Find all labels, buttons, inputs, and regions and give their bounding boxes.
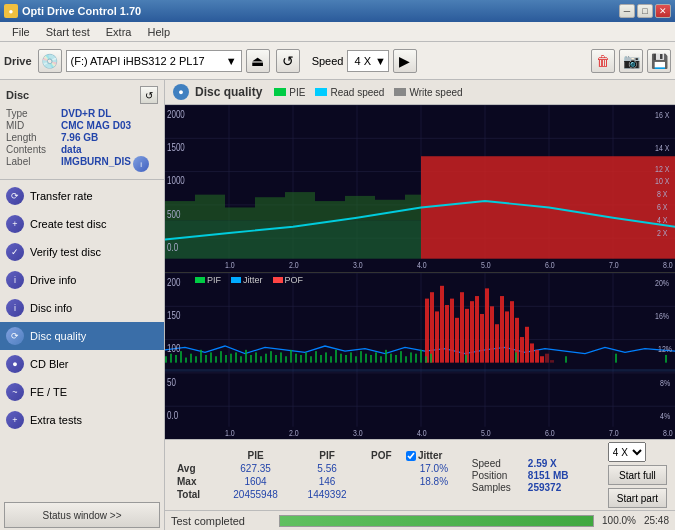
drive-select[interactable]: (F:) ATAPI iHBS312 2 PL17 ▼ [66, 50, 242, 72]
svg-rect-127 [505, 311, 509, 362]
stats-total-label: Total [173, 488, 218, 501]
sidebar-item-cd-bler[interactable]: ● CD Bler [0, 350, 164, 378]
stats-max-pof [361, 475, 402, 488]
legend-read-speed: Read speed [315, 87, 384, 98]
disc-contents-label: Contents [6, 144, 61, 155]
speed-dropdown[interactable]: 4 X 2 X 8 X [608, 442, 646, 462]
stats-max-label: Max [173, 475, 218, 488]
svg-rect-78 [260, 356, 262, 362]
svg-rect-18 [255, 197, 285, 220]
nav-label-transfer-rate: Transfer rate [30, 190, 93, 202]
svg-rect-99 [365, 353, 367, 362]
sidebar-item-disc-quality[interactable]: ⟳ Disc quality [0, 322, 164, 350]
stats-row-total: Total 20455948 1449392 [173, 488, 466, 501]
disc-refresh-button[interactable]: ↺ [140, 86, 158, 104]
menu-help[interactable]: Help [139, 24, 178, 40]
speed-value: 4 X [350, 55, 375, 67]
drive-info-icon: i [6, 271, 24, 289]
legend-pif: PIF [195, 275, 221, 285]
svg-text:200: 200 [167, 276, 180, 287]
svg-rect-141 [565, 356, 567, 362]
legend-write-speed-color [394, 88, 406, 96]
disc-mid-label: MID [6, 120, 61, 131]
speed-select-container: 4 X ▼ [347, 50, 388, 72]
minimize-button[interactable]: ─ [619, 4, 635, 18]
maximize-button[interactable]: □ [637, 4, 653, 18]
svg-text:20%: 20% [655, 278, 669, 288]
svg-rect-20 [315, 201, 345, 220]
svg-rect-119 [465, 308, 469, 362]
svg-text:16%: 16% [655, 311, 669, 321]
sidebar-item-disc-info[interactable]: i Disc info [0, 294, 164, 322]
sidebar-item-extra-tests[interactable]: + Extra tests [0, 406, 164, 434]
bottom-chart: PIF Jitter POF [165, 273, 675, 440]
stats-avg-jitter: 17.0% [402, 462, 466, 475]
start-full-button[interactable]: Start full [608, 465, 667, 485]
menu-file[interactable]: File [4, 24, 38, 40]
disc-header: Disc ↺ [6, 86, 158, 104]
legend-jitter-color [231, 277, 241, 283]
sidebar-item-drive-info[interactable]: i Drive info [0, 266, 164, 294]
disc-label-icon[interactable]: i [133, 156, 149, 172]
save-button[interactable]: 💾 [647, 49, 671, 73]
svg-text:1.0: 1.0 [225, 427, 235, 437]
apply-speed-button[interactable]: ▶ [393, 49, 417, 73]
svg-rect-96 [350, 352, 352, 362]
svg-rect-75 [245, 349, 247, 362]
disc-info-panel: Disc ↺ Type DVD+R DL MID CMC MAG D03 Len… [0, 80, 164, 180]
svg-rect-17 [225, 207, 255, 220]
nav-label-create-test-disc: Create test disc [30, 218, 106, 230]
svg-rect-86 [300, 354, 302, 362]
svg-text:8 X: 8 X [657, 189, 668, 199]
menu-extra[interactable]: Extra [98, 24, 140, 40]
menu-starttest[interactable]: Start test [38, 24, 98, 40]
svg-rect-65 [195, 356, 197, 362]
progress-track [279, 515, 594, 527]
stats-avg-pif: 5.56 [293, 462, 361, 475]
legend-write-speed-label: Write speed [409, 87, 462, 98]
sidebar-item-fe-te[interactable]: ~ FE / TE [0, 378, 164, 406]
svg-rect-106 [400, 351, 402, 363]
svg-rect-70 [220, 351, 222, 363]
legend-read-speed-color [315, 88, 327, 96]
clear-button[interactable]: 🗑 [591, 49, 615, 73]
stats-header-blank [173, 449, 218, 462]
svg-text:10 X: 10 X [655, 177, 670, 187]
svg-text:2.0: 2.0 [289, 260, 299, 270]
close-button[interactable]: ✕ [655, 4, 671, 18]
stats-avg-pof [361, 462, 402, 475]
nav-label-disc-quality: Disc quality [30, 330, 86, 342]
jitter-label: Jitter [418, 450, 442, 461]
svg-text:1.0: 1.0 [225, 260, 235, 270]
sidebar-item-verify-test-disc[interactable]: ✓ Verify test disc [0, 238, 164, 266]
stats-header-pof: POF [361, 449, 402, 462]
sidebar-item-transfer-rate[interactable]: ⟳ Transfer rate [0, 182, 164, 210]
nav-section: ⟳ Transfer rate + Create test disc ✓ Ver… [0, 180, 164, 500]
top-chart-svg: 2000 1500 1000 500 0.0 1.0 2.0 3.0 4.0 5… [165, 105, 675, 272]
position-stat-label: Position [472, 470, 524, 481]
svg-rect-67 [205, 354, 207, 362]
svg-rect-138 [430, 353, 432, 362]
svg-rect-97 [355, 356, 357, 362]
jitter-checkbox[interactable] [406, 451, 416, 461]
start-part-button[interactable]: Start part [608, 488, 667, 508]
disc-info-icon: i [6, 299, 24, 317]
svg-rect-77 [255, 352, 257, 362]
transfer-rate-icon: ⟳ [6, 187, 24, 205]
camera-button[interactable]: 📷 [619, 49, 643, 73]
svg-text:6.0: 6.0 [545, 260, 555, 270]
progress-time: 25:48 [644, 515, 669, 526]
legend-jitter: Jitter [231, 275, 263, 285]
svg-text:500: 500 [167, 209, 180, 220]
stats-total-pif: 1449392 [293, 488, 361, 501]
sidebar-item-create-test-disc[interactable]: + Create test disc [0, 210, 164, 238]
speed-dropdown-arrow[interactable]: ▼ [375, 55, 386, 67]
progress-fill [280, 516, 593, 526]
disc-contents-row: Contents data [6, 144, 158, 155]
drive-icon-btn[interactable]: 💿 [38, 49, 62, 73]
status-window-button[interactable]: Status window >> [4, 502, 160, 528]
refresh-button[interactable]: ↺ [276, 49, 300, 73]
verify-test-disc-icon: ✓ [6, 243, 24, 261]
eject-button[interactable]: ⏏ [246, 49, 270, 73]
disc-mid-value: CMC MAG D03 [61, 120, 131, 131]
